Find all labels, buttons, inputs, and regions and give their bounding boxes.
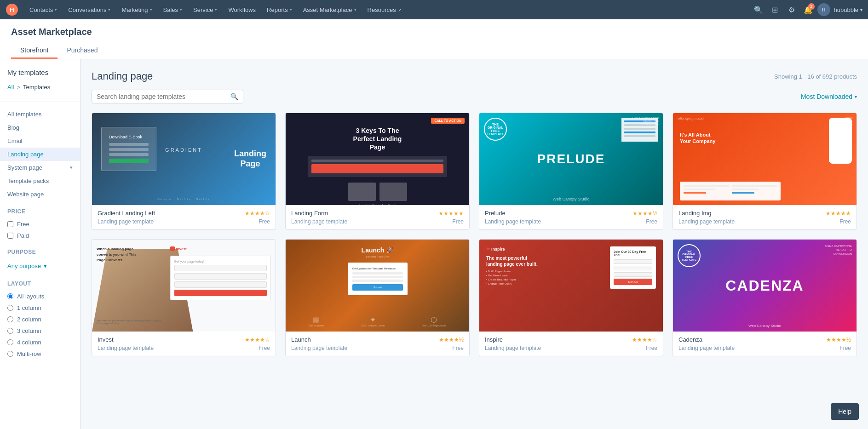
price-section-title: Price: [0, 201, 80, 218]
sidebar-item-system-page[interactable]: System page ▾: [0, 161, 80, 174]
sidebar-divider: [0, 102, 80, 102]
external-link-icon: ↗: [398, 7, 402, 12]
template-card-6[interactable]: Launch🚀 Landing Page One Get Updates on …: [285, 239, 470, 356]
template-name-2: Landing Form: [291, 210, 328, 217]
layout-section-title: Layout: [0, 273, 80, 291]
sidebar-item-template-packs[interactable]: Template packs: [0, 174, 80, 188]
template-price-4: Free: [839, 218, 851, 225]
template-info-2: Landing Form ★★★★★ Landing page template…: [286, 205, 469, 229]
breadcrumb-all-link[interactable]: All: [7, 84, 14, 91]
hubspot-logo[interactable]: H: [6, 3, 18, 16]
breadcrumb-current: Templates: [23, 84, 50, 91]
avatar[interactable]: H: [817, 3, 830, 16]
template-stars-5: ★★★★☆: [245, 337, 270, 343]
purpose-section-title: Purpose: [0, 241, 80, 259]
layout-multirow-input[interactable]: [7, 351, 13, 357]
nav-conversations[interactable]: Conversations ▾: [63, 0, 116, 19]
template-card-8[interactable]: THEORIGINALFREETEMPLATE CADENZA USE A CA…: [673, 239, 857, 356]
breadcrumb-separator: >: [17, 84, 20, 91]
layout-1col-input[interactable]: [7, 305, 13, 311]
template-type-3: Landing page template: [485, 218, 541, 225]
price-free-input[interactable]: [7, 221, 13, 227]
template-info-1: Gradient Landing Left ★★★★☆ Landing page…: [92, 205, 276, 229]
nav-contacts[interactable]: Contacts ▾: [24, 0, 63, 19]
template-card-1[interactable]: GRADIENT Download E-Book LandingPage: [92, 113, 276, 230]
layout-4col-input[interactable]: [7, 339, 13, 345]
layout-4col-radio[interactable]: 4 column: [0, 337, 80, 348]
search-box: 🔍: [92, 90, 243, 103]
sidebar-item-all-templates[interactable]: All templates: [0, 108, 80, 121]
template-card-2[interactable]: CALL TO ACTION 3 Keys To ThePerfect Land…: [285, 113, 470, 230]
template-stars-8: ★★★★½: [826, 337, 851, 343]
nav-sales[interactable]: Sales ▾: [158, 0, 188, 19]
template-price-3: Free: [646, 218, 657, 225]
template-thumbnail-1: GRADIENT Download E-Book LandingPage: [92, 113, 276, 205]
template-card-4[interactable]: nationsprogrm.com It's All AboutYour Com…: [673, 113, 857, 230]
settings-button[interactable]: ⚙: [784, 2, 799, 17]
template-type-8: Landing page template: [678, 345, 735, 351]
template-thumbnail-6: Launch🚀 Landing Page One Get Updates on …: [286, 240, 469, 332]
layout-2col-radio[interactable]: 2 column: [0, 314, 80, 325]
template-type-7: Landing page template: [485, 345, 541, 351]
layout-all-input[interactable]: [7, 293, 13, 299]
notifications-button[interactable]: 🔔 2: [801, 2, 816, 17]
template-info-7: Inspire ★★★★☆ Landing page template Free: [479, 332, 663, 356]
tab-purchased[interactable]: Purchased: [57, 43, 107, 59]
tab-storefront[interactable]: Storefront: [11, 43, 57, 59]
nav-marketing[interactable]: Marketing ▾: [116, 0, 157, 19]
nav-reports[interactable]: Reports ▾: [261, 0, 298, 19]
template-info-4: Landing Img ★★★★★ Landing page template …: [673, 205, 857, 229]
sidebar-item-landing-page[interactable]: Landing page: [0, 148, 80, 161]
template-price-7: Free: [646, 345, 657, 351]
sidebar-item-email[interactable]: Email: [0, 134, 80, 148]
breadcrumb: All > Templates: [0, 84, 80, 98]
layout-1col-radio[interactable]: 1 column: [0, 302, 80, 314]
template-card-5[interactable]: When a landing pageconverts you win! Thi…: [92, 239, 276, 356]
template-card-7[interactable]: ❤ Inspire The most powerfullanding page …: [479, 239, 663, 356]
price-free-checkbox[interactable]: Free: [0, 218, 80, 230]
search-button[interactable]: 🔍: [751, 2, 766, 17]
username-chevron[interactable]: ▾: [860, 7, 862, 12]
purpose-dropdown[interactable]: Any purpose ▾: [0, 259, 80, 273]
price-paid-checkbox[interactable]: Paid: [0, 230, 80, 241]
template-thumbnail-5: When a landing pageconverts you win! Thi…: [92, 240, 276, 332]
template-thumbnail-2: CALL TO ACTION 3 Keys To ThePerfect Land…: [286, 113, 469, 205]
nav-workflows[interactable]: Workflows: [223, 0, 261, 19]
nav-resources[interactable]: Resources ↗: [362, 0, 407, 19]
template-thumbnail-8: THEORIGINALFREETEMPLATE CADENZA USE A CA…: [673, 240, 857, 332]
template-name-5: Invest: [98, 336, 114, 343]
nav-asset-marketplace[interactable]: Asset Marketplace ▾: [298, 0, 362, 19]
layout-all-radio[interactable]: All layouts: [0, 291, 80, 302]
price-paid-input[interactable]: [7, 233, 13, 239]
layout-2col-input[interactable]: [7, 316, 13, 322]
chevron-down-icon: ▾: [855, 94, 857, 99]
template-name-8: Cadenza: [678, 336, 702, 343]
expand-icon: ▾: [70, 165, 73, 171]
template-price-5: Free: [259, 345, 270, 351]
layout-multirow-radio[interactable]: Multi-row: [0, 348, 80, 360]
template-type-4: Landing page template: [678, 218, 735, 225]
template-stars-2: ★★★★★: [438, 210, 464, 217]
chevron-down-icon: ▾: [354, 7, 356, 12]
username-label[interactable]: hububble: [834, 6, 859, 13]
apps-button[interactable]: ⊞: [768, 2, 782, 17]
nav-service[interactable]: Service ▾: [188, 0, 223, 19]
help-button[interactable]: Help: [831, 403, 859, 420]
page-header: Asset Marketplace Storefront Purchased: [0, 19, 868, 59]
template-price-2: Free: [452, 218, 464, 225]
template-info-5: Invest ★★★★☆ Landing page template Free: [92, 332, 276, 356]
layout-3col-radio[interactable]: 3 column: [0, 325, 80, 337]
template-type-6: Landing page template: [291, 345, 347, 351]
chevron-down-icon: ▾: [150, 7, 152, 12]
template-name-6: Launch: [291, 336, 311, 343]
template-card-3[interactable]: THEORIGINALFREETEMPLATE PRELUDE Web Cano…: [479, 113, 663, 230]
sort-dropdown[interactable]: Most Downloaded ▾: [801, 93, 857, 100]
layout-3col-input[interactable]: [7, 328, 13, 334]
content-header: Landing page Showing 1 - 16 of 692 produ…: [92, 70, 857, 82]
sidebar-item-website-page[interactable]: Website page: [0, 188, 80, 201]
template-name-3: Prelude: [485, 210, 506, 217]
sidebar-item-blog[interactable]: Blog: [0, 121, 80, 134]
search-icon: 🔍: [230, 93, 238, 100]
search-input[interactable]: [97, 93, 227, 100]
template-thumbnail-4: nationsprogrm.com It's All AboutYour Com…: [673, 113, 857, 205]
